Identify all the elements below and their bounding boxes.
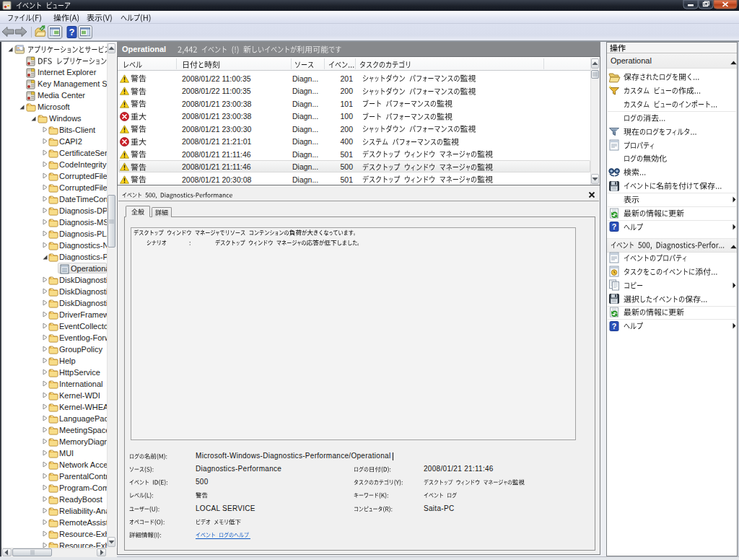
svg-text:?: ? [69, 27, 75, 38]
svg-text:?: ? [612, 322, 616, 331]
svg-text:?: ? [612, 222, 616, 231]
